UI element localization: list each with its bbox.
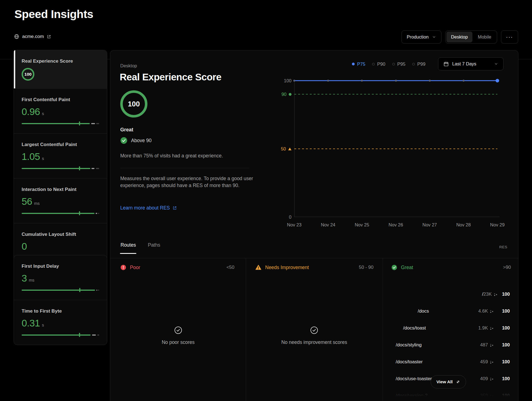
environment-selector[interactable]: Production — [401, 30, 441, 44]
route-row--docs-toast[interactable]: /docs/toast1.9K100 — [388, 321, 514, 335]
column-divider — [383, 258, 383, 401]
legend-ring-icon — [412, 63, 415, 65]
tab-routes[interactable]: Routes — [121, 242, 136, 254]
samples-icon — [494, 293, 498, 297]
metric-card-real-experience-score[interactable]: Real Experience Score100 — [14, 50, 107, 88]
threshold-dot-icon — [289, 93, 291, 96]
device-label: Desktop — [120, 63, 137, 68]
data-point-nov-24 — [327, 80, 329, 82]
score-ring-small: 100 — [22, 68, 34, 81]
device-toggle-mobile[interactable]: Mobile — [473, 32, 496, 42]
domain-text: acme.com — [22, 34, 44, 39]
metric-distribution-bar — [22, 333, 99, 337]
route-score: 100 — [494, 376, 510, 382]
route-count: 459 — [480, 359, 488, 365]
score-ring-large: 100 — [120, 90, 147, 118]
bar-p75-tick — [79, 166, 80, 170]
metric-value: 0.31s — [22, 318, 99, 329]
y-tick-100: 100 — [284, 78, 291, 83]
res-column-label: RES — [499, 245, 507, 249]
legend-item-p75[interactable]: P75 — [352, 62, 365, 67]
needs-improvement-empty-state: No needs improvement scores — [281, 326, 347, 345]
bar-end-segment — [97, 334, 99, 336]
metric-number: 0.31 — [22, 318, 40, 329]
samples-icon — [490, 394, 494, 398]
bar-end-segment — [98, 290, 99, 291]
samples-icon — [490, 326, 494, 330]
bar-end-segment — [96, 123, 99, 124]
expand-icon — [456, 380, 460, 384]
route-row--docs-version-2[interactable]: /docs/version-2359100 — [388, 389, 514, 401]
metric-number: 0 — [22, 241, 27, 252]
metric-unit: ms — [34, 201, 40, 206]
panel-title: Real Experience Score — [120, 71, 221, 83]
legend-item-p99[interactable]: P99 — [412, 62, 425, 67]
legend-label: P90 — [377, 62, 385, 67]
y-tick-label: 50 — [281, 146, 286, 152]
data-point-nov-25 — [361, 80, 363, 82]
metric-card-time-to-first-byte[interactable]: Time to First Byte0.31s — [14, 300, 107, 345]
external-link-icon[interactable] — [47, 34, 51, 39]
page-title: Speed Insights — [14, 8, 93, 21]
metric-title: First Input Delay — [22, 264, 99, 269]
legend-item-p95[interactable]: P95 — [392, 62, 405, 67]
x-tick-nov-26: Nov 26 — [388, 222, 403, 228]
metric-card-largest-contentful-paint[interactable]: Largest Contentful Paint1.05s — [14, 133, 107, 178]
more-options-button[interactable]: ··· — [501, 30, 518, 44]
metric-distribution-bar — [22, 166, 99, 170]
metric-distribution-bar — [22, 121, 99, 126]
route-row--docs-toaster[interactable]: /docs/toaster459100 — [388, 355, 514, 369]
tab-paths[interactable]: Paths — [148, 242, 160, 254]
device-toggle-desktop[interactable]: Desktop — [446, 32, 473, 42]
metric-card-first-input-delay[interactable]: First Input Delay3ms — [14, 255, 107, 300]
poor-empty-text: No poor scores — [162, 339, 195, 345]
date-range-selector[interactable]: Last 7 Days — [438, 57, 503, 70]
poor-column-header: Poor <50 — [120, 264, 234, 270]
chevron-down-icon — [494, 62, 498, 66]
metric-group-primary: Real Experience Score100First Contentful… — [14, 50, 107, 268]
view-all-button[interactable]: View All — [431, 375, 466, 389]
needs-improvement-column-header: Needs Improvement 50 - 90 — [255, 264, 374, 270]
external-link-icon — [172, 206, 177, 210]
metric-title: Time to First Byte — [22, 308, 99, 314]
bar-end-segment — [98, 213, 99, 214]
y-tick-50: 50 — [281, 146, 291, 152]
speed-insights-page: Speed Insights acme.com Production Deskt… — [0, 0, 532, 401]
metric-value: 0.96s — [22, 106, 99, 117]
route-path: /docs/version-2 — [396, 393, 480, 399]
y-tick-label: 100 — [284, 78, 291, 83]
tabs-divider — [110, 258, 518, 258]
legend-dot-icon — [352, 63, 355, 65]
metric-number: 0.96 — [22, 106, 40, 117]
route-path: /docs/styling — [396, 342, 480, 348]
metric-number: 56 — [22, 196, 32, 207]
summary-divider — [120, 168, 249, 168]
route-row--docs-styling[interactable]: /docs/styling487100 — [388, 338, 514, 352]
x-tick-nov-23: Nov 23 — [287, 222, 301, 228]
bar-p75-tick — [79, 333, 80, 337]
route-count: 4.6K — [478, 308, 488, 314]
route-score: 100 — [498, 292, 510, 297]
route-score: 100 — [494, 342, 510, 348]
route-row--docs[interactable]: /docs4.6K100 — [388, 304, 514, 318]
bar-mid-segment — [92, 334, 96, 336]
res-trend-chart — [294, 81, 497, 217]
metric-card-interaction-to-next-paint[interactable]: Interaction to Next Paint56ms — [14, 178, 107, 223]
toolbar: Production Desktop Mobile ··· — [401, 30, 518, 44]
metric-card-first-contentful-paint[interactable]: First Contentful Paint0.96s — [14, 88, 107, 133]
metric-unit: s — [42, 323, 44, 327]
rating-label: Great — [120, 127, 133, 133]
route-score: 100 — [494, 393, 510, 399]
data-point-nov-28 — [462, 80, 464, 82]
rating-detail-text: Above 90 — [131, 138, 152, 144]
legend-label: P99 — [417, 62, 425, 67]
needs-improvement-empty-text: No needs improvement scores — [281, 339, 347, 345]
column-divider — [246, 258, 246, 401]
route-row--[interactable]: /23K100 — [388, 287, 514, 301]
legend-item-p90[interactable]: P90 — [372, 62, 385, 67]
poor-label: Poor — [130, 265, 140, 270]
data-point-nov-26 — [395, 80, 397, 82]
metric-unit: s — [42, 111, 44, 116]
learn-more-link[interactable]: Learn more about RES — [120, 205, 177, 211]
ellipsis-icon: ··· — [506, 34, 513, 40]
